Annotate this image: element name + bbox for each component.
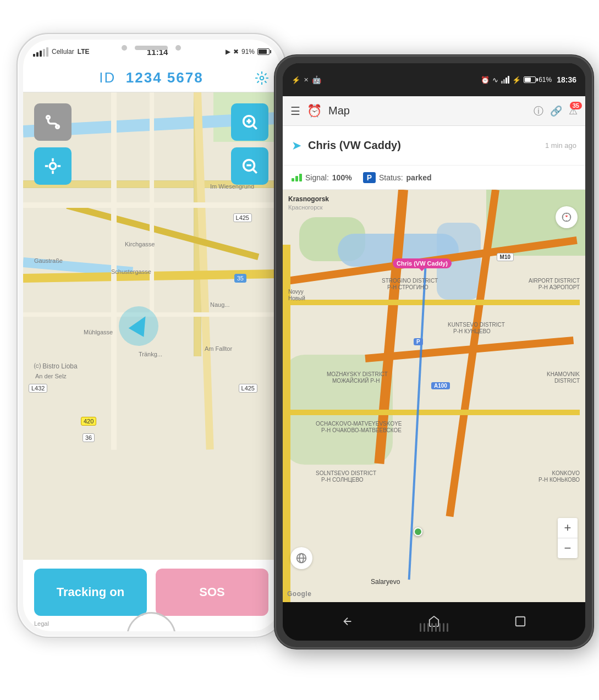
google-logo: Google bbox=[287, 590, 311, 598]
android-toolbar: ☰ ⏰ Map ⓘ 🔗 ⚠ 35 bbox=[283, 96, 585, 126]
settings-button[interactable] bbox=[253, 69, 271, 87]
wifi-icon: ∿ bbox=[492, 76, 498, 84]
label-khamovnik: KHAMOVNIK bbox=[547, 371, 580, 377]
iphone-titlebar: ID 1234 5678 bbox=[23, 64, 279, 92]
signal-icon: ✕ bbox=[304, 76, 309, 84]
tracking-button[interactable]: Tracking on bbox=[34, 569, 147, 616]
android-screen-inner: ⚡ ✕ 🤖 ⏰ ∿ ⚡ bbox=[283, 63, 585, 641]
label-solntsevo: SOLNTSEVO DISTRICT bbox=[316, 470, 376, 476]
label-mozhaysky-ru: МОЖАЙСКИЙ Р-Н bbox=[332, 378, 380, 384]
route-button[interactable] bbox=[34, 103, 72, 141]
android-speaker-bottom bbox=[420, 623, 448, 632]
label-airport: AIRPORT DISTRICT bbox=[529, 278, 580, 284]
layer-button[interactable] bbox=[290, 547, 312, 569]
battery-percent: 61% bbox=[538, 76, 552, 84]
status-left: Cellular LTE bbox=[33, 47, 89, 57]
place-selz: An der Selz bbox=[35, 373, 67, 379]
zoom-in-button[interactable] bbox=[231, 103, 268, 141]
android-map[interactable]: Krasnogorsk Красногорск Novyy Новый STRO… bbox=[283, 190, 585, 602]
compass-button[interactable] bbox=[556, 206, 578, 228]
label-konkovo-ru: Р-Н КОНЬКОВО bbox=[538, 477, 580, 483]
nav-icon: ▶ bbox=[226, 48, 230, 56]
android-icon: 🤖 bbox=[312, 75, 321, 84]
svg-point-1 bbox=[47, 116, 50, 119]
road-label-naug: Naug... bbox=[210, 301, 229, 308]
badge-l432: L432 bbox=[29, 384, 47, 393]
svg-point-0 bbox=[260, 76, 264, 80]
center-location-button[interactable] bbox=[34, 147, 72, 185]
vehicle-signal-bar: Signal: 100% P Status: parked bbox=[283, 166, 585, 190]
label-krasnogorsk-en: Krasnogorsk bbox=[288, 195, 329, 203]
label-strogino-ru: Р-Н СТРОГИНО bbox=[387, 284, 428, 290]
front-camera bbox=[122, 45, 127, 51]
label-mozhaysky: MOZHAYSKY DISTRICT bbox=[327, 371, 388, 377]
parking-info: P Status: parked bbox=[363, 172, 432, 183]
link-icon[interactable]: 🔗 bbox=[550, 105, 562, 117]
road-label-gaustr: Gaustraße bbox=[34, 257, 63, 264]
back-button[interactable] bbox=[336, 609, 360, 633]
place-bistro: ⒞ Bistro Lioba bbox=[34, 362, 78, 371]
menu-icon[interactable]: ☰ bbox=[290, 104, 300, 118]
android-zoom-out[interactable]: − bbox=[558, 538, 578, 558]
sos-button[interactable]: SOS bbox=[156, 569, 268, 616]
badge-36: 36 bbox=[83, 433, 95, 442]
android-statusbar: ⚡ ✕ 🤖 ⏰ ∿ ⚡ bbox=[283, 63, 585, 96]
route-start-pin bbox=[414, 527, 422, 536]
badge-l425-1: L425 bbox=[233, 213, 252, 222]
vehicle-info-bar: ➤ Chris (VW Caddy) 1 min ago bbox=[283, 126, 585, 166]
recents-button[interactable] bbox=[508, 609, 532, 633]
iphone-device: Cellular LTE 11:14 ▶ ✖ 91% ID 1234 5678 bbox=[17, 33, 286, 638]
vehicle-map-pin: Chris (VW Caddy) bbox=[393, 258, 452, 268]
android-app-screen: ☰ ⏰ Map ⓘ 🔗 ⚠ 35 ➤ Chris (VW Caddy) 1 mi… bbox=[283, 96, 585, 602]
signal-info: Signal: 100% bbox=[292, 173, 352, 182]
notification-area[interactable]: ⚠ 35 bbox=[569, 105, 578, 117]
charging-icon: ⚡ bbox=[512, 76, 521, 84]
android-time: 18:36 bbox=[557, 75, 576, 84]
label-strogino: STROGINO DISTRICT bbox=[382, 278, 438, 284]
phones-container: Cellular LTE 11:14 ▶ ✖ 91% ID 1234 5678 bbox=[0, 0, 599, 700]
clock-icon: ⏰ bbox=[307, 104, 322, 118]
signal-value: 100% bbox=[332, 173, 352, 182]
toolbar-title: Map bbox=[328, 104, 527, 117]
label-novyy-en: Novyy bbox=[288, 289, 304, 295]
badge-35: 35 bbox=[234, 274, 246, 283]
zoom-controls: + − bbox=[558, 518, 578, 558]
badge-l425-2: L425 bbox=[239, 384, 257, 393]
label-ochakovo-ru: Р-Н ОЧАКОВО-МАТВЕЕВСКОЕ bbox=[321, 427, 402, 433]
mobile-signal bbox=[501, 76, 509, 84]
iphone-screen: Cellular LTE 11:14 ▶ ✖ 91% ID 1234 5678 bbox=[23, 40, 279, 631]
label-novyy-ru: Новый bbox=[288, 295, 305, 301]
android-navbar bbox=[283, 602, 585, 641]
bluetooth-icon: ✖ bbox=[233, 48, 239, 56]
info-icon[interactable]: ⓘ bbox=[534, 104, 543, 118]
signal-label: Signal: bbox=[305, 173, 329, 182]
iphone-map[interactable]: Im Wiesengrund Gaustraße Kirchgasse Schu… bbox=[23, 92, 279, 560]
label-solntsevo-ru: Р-Н СОЛНЦЕВО bbox=[321, 477, 364, 483]
status-label: Status: bbox=[379, 173, 403, 182]
iphone-speaker bbox=[135, 46, 168, 50]
badge-p: P bbox=[414, 338, 423, 345]
svg-line-14 bbox=[253, 169, 256, 173]
badge-m10: M10 bbox=[497, 253, 514, 261]
android-battery bbox=[524, 76, 536, 83]
android-status-icons: ⚡ ✕ 🤖 bbox=[292, 75, 321, 84]
label-ochakovo: OCHACKOVO-MATVEYEVSKOYE bbox=[316, 421, 402, 427]
android-zoom-in[interactable]: + bbox=[558, 518, 578, 538]
parking-icon: P bbox=[363, 172, 376, 183]
signal-strength bbox=[33, 47, 48, 57]
network-label: LTE bbox=[78, 48, 90, 56]
carrier-label: Cellular bbox=[52, 48, 74, 56]
battery-percent: 91% bbox=[241, 48, 255, 56]
android-status-right: ⏰ ∿ ⚡ 61% 18:36 bbox=[481, 75, 576, 84]
label-airport-ru: Р-Н АЭРОПОРТ bbox=[538, 284, 580, 290]
label-krasnogorsk-ru: Красногорск bbox=[288, 204, 323, 211]
zoom-out-button[interactable] bbox=[231, 147, 268, 185]
location-arrow bbox=[119, 306, 158, 346]
iphone-battery-icon bbox=[257, 48, 270, 55]
notification-count: 35 bbox=[570, 102, 582, 109]
badge-a100: A100 bbox=[431, 382, 450, 389]
android-device: ⚡ ✕ 🤖 ⏰ ∿ ⚡ bbox=[274, 55, 593, 649]
alarm-icon: ⏰ bbox=[481, 76, 490, 84]
road-label-schuster: Schustergasse bbox=[111, 268, 151, 275]
usb-icon: ⚡ bbox=[292, 76, 300, 84]
